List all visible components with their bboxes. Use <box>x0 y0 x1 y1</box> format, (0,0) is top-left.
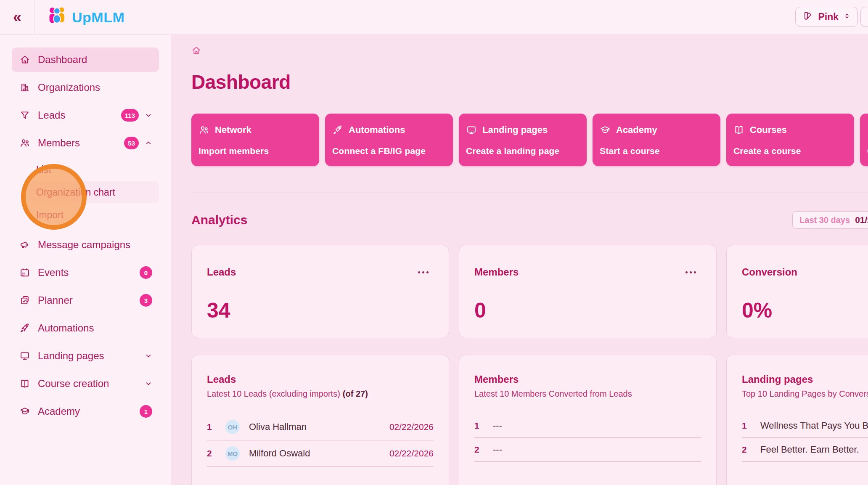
stat-card-members: Members 0 <box>459 245 717 338</box>
top-bar: « UpMLM Pink <box>0 0 868 35</box>
analytics-header-row: Analytics Last 30 days 01/2 <box>191 211 868 229</box>
quick-action-network[interactable]: Network Import members <box>191 114 319 166</box>
people-icon <box>19 138 30 148</box>
double-chevron-left-icon: « <box>13 8 21 26</box>
sidebar-item-organizations[interactable]: Organizations <box>12 75 159 100</box>
landing-page-name: Feel Better. Earn Better. <box>760 444 859 455</box>
graduation-cap-icon <box>600 125 611 135</box>
sidebar-item-dashboard[interactable]: Dashboard <box>12 48 159 72</box>
funnel-icon <box>19 110 30 121</box>
quick-action-subtitle: Create a course <box>733 146 847 156</box>
quick-action-title: Academy <box>616 125 657 135</box>
stat-title: Conversion <box>742 266 797 278</box>
members-list-card: Members Latest 10 Members Converted from… <box>459 355 717 485</box>
avatar: MO <box>225 446 240 461</box>
sidebar-item-label: Events <box>38 267 69 278</box>
quick-action-subtitle: Create a landing page <box>466 146 580 156</box>
submenu-item-label: Organization chart <box>36 187 115 198</box>
sidebar-item-label: Members <box>38 137 80 149</box>
ellipsis-menu-icon[interactable] <box>682 270 698 275</box>
submenu-item-import[interactable]: Import <box>30 204 159 226</box>
lead-date: 02/22/2026 <box>389 422 434 432</box>
sidebar-item-label: Leads <box>38 109 65 121</box>
submenu-item-label: List <box>36 164 51 175</box>
leads-list-card: Leads Latest 10 Leads (excluding imports… <box>191 355 449 485</box>
date-range-value: 01/2 <box>855 215 868 225</box>
members-submenu: List Organization chart Import <box>0 159 171 226</box>
lead-name: Milford Oswald <box>249 448 310 459</box>
lead-row[interactable]: 2 MO Milford Oswald 02/22/2026 <box>207 440 434 466</box>
sidebar-item-planner[interactable]: Planner 3 <box>12 288 159 313</box>
book-open-icon <box>19 378 30 389</box>
member-name: --- <box>493 420 502 431</box>
stat-card-conversion: Conversion 0% <box>726 245 868 338</box>
sidebar-item-label: Planner <box>38 294 73 306</box>
landing-page-name: Wellness That Pays You Back <box>760 420 868 431</box>
ellipsis-menu-icon[interactable] <box>414 270 430 275</box>
list-title: Leads <box>207 374 434 385</box>
sidebar-item-message-campaigns[interactable]: Message campaigns <box>12 233 159 257</box>
sidebar-item-leads[interactable]: Leads 113 <box>12 103 159 127</box>
members-count-badge: 53 <box>124 137 139 149</box>
planner-count-badge: 3 <box>140 294 152 307</box>
landing-page-row[interactable]: 2 Feel Better. Earn Better. <box>742 438 868 461</box>
partial-toolbar-button[interactable] <box>860 7 868 27</box>
brand-logo[interactable]: UpMLM <box>46 5 124 29</box>
member-row[interactable]: 2 --- <box>474 438 701 461</box>
lead-date: 02/22/2026 <box>389 448 434 458</box>
submenu-item-organization-chart[interactable]: Organization chart <box>30 181 159 203</box>
book-open-icon <box>733 125 744 135</box>
quick-action-title: Network <box>215 125 251 135</box>
sidebar-item-events[interactable]: Events 0 <box>12 260 159 285</box>
sidebar-item-members[interactable]: Members 53 <box>12 131 159 155</box>
home-icon <box>19 54 30 65</box>
lead-row[interactable]: 1 OH Oliva Hallman 02/22/2026 <box>207 414 434 440</box>
sidebar-item-automations[interactable]: Automations <box>12 316 159 340</box>
sidebar-item-label: Course creation <box>38 378 109 390</box>
quick-action-subtitle: Connect a FB/IG page <box>332 146 446 156</box>
sidebar-collapse-button[interactable]: « <box>0 0 35 34</box>
date-range-selector[interactable]: Last 30 days 01/2 <box>792 211 868 229</box>
stat-title: Members <box>474 266 519 278</box>
stat-title: Leads <box>207 266 236 278</box>
list-subtitle: Latest 10 Leads (excluding imports)(of 2… <box>207 389 434 399</box>
academy-count-badge: 1 <box>140 405 152 418</box>
quick-action-subtitle: Import members <box>198 146 312 156</box>
quick-action-partial[interactable]: C <box>860 114 868 166</box>
stat-card-leads: Leads 34 <box>191 245 449 338</box>
submenu-item-list[interactable]: List <box>30 159 159 180</box>
landing-pages-list-card: Landing pages Top 10 Landing Pages by Co… <box>726 355 868 485</box>
member-row[interactable]: 1 --- <box>474 414 701 437</box>
people-icon <box>198 125 209 135</box>
lists-row: Leads Latest 10 Leads (excluding imports… <box>191 355 868 485</box>
quick-action-landing-pages[interactable]: Landing pages Create a landing page <box>459 114 587 166</box>
date-range-label: Last 30 days <box>799 215 850 225</box>
sidebar-item-label: Automations <box>38 322 94 334</box>
color-swatch-icon <box>802 11 813 23</box>
breadcrumb-home-icon[interactable] <box>191 45 201 56</box>
stat-value: 0% <box>742 298 868 323</box>
sidebar-item-academy[interactable]: Academy 1 <box>12 399 159 424</box>
sidebar-item-course-creation[interactable]: Course creation <box>12 371 159 396</box>
stat-value: 34 <box>207 298 430 323</box>
events-count-badge: 0 <box>140 266 152 279</box>
quick-actions-row: Network Import members Automations Conne… <box>191 114 868 166</box>
quick-action-automations[interactable]: Automations Connect a FB/IG page <box>325 114 453 166</box>
stats-row: Leads 34 Members 0 Conversion 0% <box>191 245 868 338</box>
stat-value: 0 <box>474 298 698 323</box>
sidebar-item-label: Organizations <box>38 82 100 93</box>
landing-page-row[interactable]: 1 Wellness That Pays You Back <box>742 414 868 437</box>
lead-name: Oliva Hallman <box>249 421 307 432</box>
main-content: Dashboard Network Import members <box>172 35 868 485</box>
quick-action-academy[interactable]: Academy Start a course <box>593 114 720 166</box>
quick-action-title: Landing pages <box>482 125 548 135</box>
page-title: Dashboard <box>191 71 868 93</box>
brand-name: UpMLM <box>72 9 124 26</box>
sidebar-item-landing-pages[interactable]: Landing pages <box>12 344 159 368</box>
list-title: Members <box>474 374 701 385</box>
clipboard-check-icon <box>19 295 30 306</box>
monitor-icon <box>19 350 30 361</box>
quick-action-courses[interactable]: Courses Create a course <box>726 114 854 166</box>
calendar-icon <box>19 267 30 278</box>
theme-selector-button[interactable]: Pink <box>795 7 858 27</box>
